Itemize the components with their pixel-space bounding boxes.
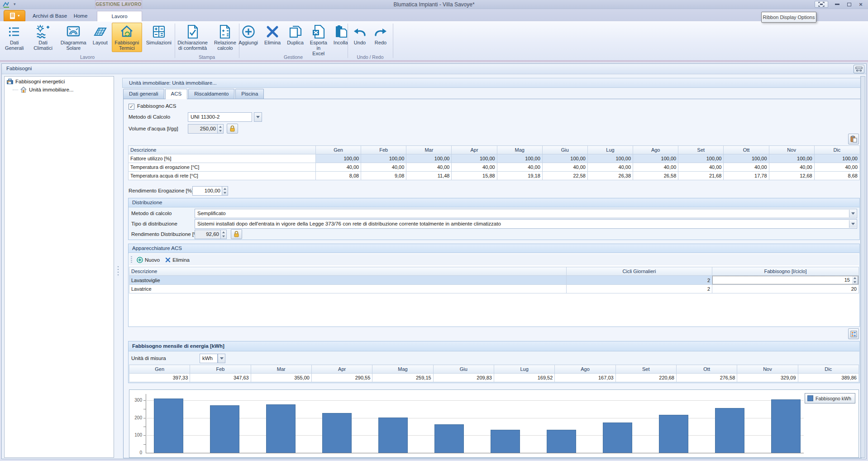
chevron-down-icon[interactable]: [849, 210, 856, 217]
month-value-cell[interactable]: 100,00: [769, 154, 814, 163]
chart-bar-gen[interactable]: [154, 399, 183, 453]
month-value-cell[interactable]: 100,00: [724, 154, 769, 163]
month-value-cell[interactable]: 100,00: [542, 154, 587, 163]
copy-table-button[interactable]: [848, 134, 859, 144]
close-button[interactable]: ×: [855, 1, 866, 8]
month-value-cell[interactable]: 12,68: [769, 172, 814, 180]
dichiarazione-di-conformità-button[interactable]: Dichiarazione di conformità: [175, 23, 210, 52]
energia-value-cell[interactable]: 259,15: [372, 374, 433, 382]
month-value-cell[interactable]: 100,00: [406, 154, 452, 163]
minimize-button[interactable]: [832, 1, 843, 8]
monthly-col-mar[interactable]: Mar: [406, 146, 452, 154]
energia-col-nov[interactable]: Nov: [737, 365, 798, 374]
app-col-0[interactable]: Descrizione: [129, 267, 567, 276]
unita-misura-combobox[interactable]: kWh: [200, 354, 218, 363]
energia-col-mag[interactable]: Mag: [372, 365, 433, 374]
rendimento-distribuzione-input[interactable]: 92,60: [195, 230, 221, 239]
month-value-cell[interactable]: 100,00: [452, 154, 497, 163]
month-value-cell[interactable]: 8,08: [316, 172, 361, 180]
volume-acqua-spinner[interactable]: [218, 124, 224, 134]
energia-col-mar[interactable]: Mar: [251, 365, 311, 374]
monthly-col-feb[interactable]: Feb: [361, 146, 406, 154]
monthly-col-dic[interactable]: Dic: [814, 146, 859, 154]
duplica-button[interactable]: Duplica: [285, 23, 306, 47]
relazione-calcolo-button[interactable]: Relazione calcolo: [212, 23, 238, 52]
chart-bar-giu[interactable]: [434, 424, 464, 453]
month-value-cell[interactable]: 40,00: [587, 163, 633, 172]
energia-col-apr[interactable]: Apr: [311, 365, 372, 374]
ribbon-tab-archivi-di-base[interactable]: Archivi di Base: [27, 11, 72, 21]
month-value-cell[interactable]: 26,58: [633, 172, 678, 180]
chart-bar-mar[interactable]: [266, 404, 296, 453]
energia-col-giu[interactable]: Giu: [433, 365, 494, 374]
nuovo-button[interactable]: Nuovo: [135, 256, 163, 264]
chart-bar-set[interactable]: [603, 423, 632, 453]
app-col-1[interactable]: Cicli Giornalieri: [567, 267, 712, 276]
chart-bar-feb[interactable]: [210, 405, 239, 453]
month-value-cell[interactable]: 100,00: [814, 154, 859, 163]
tipo-distribuzione-combobox[interactable]: Sistemi installati dopo dell'entrata in …: [195, 219, 857, 229]
tab-riscaldamento[interactable]: Riscaldamento: [188, 89, 234, 99]
redo-button[interactable]: Redo: [371, 23, 390, 47]
elimina-button[interactable]: Elimina: [262, 23, 283, 47]
apparecchiatura-row[interactable]: Lavastoviglie215: [129, 276, 859, 285]
monthly-col-giu[interactable]: Giu: [542, 146, 587, 154]
energia-value-cell[interactable]: 355,00: [251, 374, 311, 382]
monthly-col-descrizione[interactable]: Descrizione: [129, 146, 316, 154]
energia-value-cell[interactable]: 329,09: [737, 374, 798, 382]
energia-col-gen[interactable]: Gen: [129, 365, 190, 374]
row-label[interactable]: Fattore utilizzo [%]: [129, 154, 316, 163]
rendimento-distribuzione-lock-button[interactable]: [231, 229, 242, 239]
energia-value-cell[interactable]: 167,03: [555, 374, 615, 382]
month-value-cell[interactable]: 40,00: [542, 163, 587, 172]
undo-button[interactable]: Undo: [350, 23, 369, 47]
rendimento-distribuzione-spinner[interactable]: [221, 230, 227, 239]
tab-acs[interactable]: ACS: [165, 89, 188, 99]
month-value-cell[interactable]: 100,00: [497, 154, 542, 163]
layout-button[interactable]: Layout: [91, 23, 110, 47]
monthly-col-gen[interactable]: Gen: [316, 146, 361, 154]
ribbon-tab-lavoro[interactable]: Lavoro: [97, 11, 142, 21]
monthly-col-apr[interactable]: Apr: [452, 146, 497, 154]
month-value-cell[interactable]: 40,00: [406, 163, 452, 172]
month-value-cell[interactable]: 100,00: [316, 154, 361, 163]
month-value-cell[interactable]: 100,00: [678, 154, 724, 163]
distribuzione-metodo-combobox[interactable]: Semplificato: [195, 209, 857, 218]
month-value-cell[interactable]: 40,00: [497, 163, 542, 172]
month-value-cell[interactable]: 40,00: [678, 163, 724, 172]
monthly-col-ago[interactable]: Ago: [633, 146, 678, 154]
monthly-col-mag[interactable]: Mag: [497, 146, 542, 154]
month-value-cell[interactable]: 17,78: [724, 172, 769, 180]
fabbisogno-cell[interactable]: 20: [712, 285, 859, 293]
energia-value-cell[interactable]: 397,33: [129, 374, 190, 382]
tree-item-fabbisogni-energetici[interactable]: Fabbisogni energetici: [6, 78, 65, 85]
chart-bar-mag[interactable]: [378, 418, 408, 453]
energia-value-cell[interactable]: 169,52: [494, 374, 554, 382]
month-value-cell[interactable]: 100,00: [633, 154, 678, 163]
energia-value-cell[interactable]: 290,55: [311, 374, 372, 382]
chart-bar-lug[interactable]: [491, 430, 520, 453]
chart-bar-apr[interactable]: [322, 413, 352, 453]
month-value-cell[interactable]: 40,00: [452, 163, 497, 172]
tree-item-unita-immobiliare[interactable]: Unità immobiliare...: [13, 86, 73, 93]
tab-piscina[interactable]: Piscina: [235, 89, 264, 99]
monthly-col-nov[interactable]: Nov: [769, 146, 814, 154]
file-menu-button[interactable]: ▾: [4, 10, 25, 21]
month-value-cell[interactable]: 40,00: [633, 163, 678, 172]
ribbon-tab-home[interactable]: Home: [68, 11, 93, 21]
month-value-cell[interactable]: 40,00: [814, 163, 859, 172]
volume-acqua-lock-button[interactable]: [227, 124, 238, 134]
energia-col-feb[interactable]: Feb: [190, 365, 251, 374]
metodo-calcolo-combobox[interactable]: UNI 11300-2: [188, 112, 252, 122]
month-value-cell[interactable]: 40,00: [316, 163, 361, 172]
rendimento-erogazione-spinner[interactable]: [222, 186, 228, 196]
month-value-cell[interactable]: 100,00: [361, 154, 406, 163]
elimina-button[interactable]: Elimina: [163, 256, 193, 264]
fabbisogno-edit-cell[interactable]: 15: [712, 276, 859, 285]
cicli-cell[interactable]: 2: [567, 285, 712, 293]
fabbisogno-acs-checkbox[interactable]: ✓: [129, 104, 134, 110]
fabbisogni-termici-button[interactable]: Fabbisogni Termici: [112, 23, 142, 52]
row-label[interactable]: Temperatura di erogazione [°C]: [129, 163, 316, 172]
month-value-cell[interactable]: 8,68: [814, 172, 859, 180]
aggiungi-button[interactable]: Aggiungi: [236, 23, 260, 47]
